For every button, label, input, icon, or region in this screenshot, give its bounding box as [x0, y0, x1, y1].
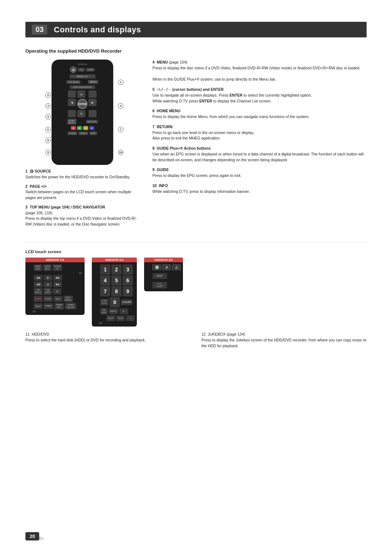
- btn-help[interactable]: HELP: [34, 303, 42, 309]
- btn-n5[interactable]: 5: [111, 275, 122, 285]
- label-26: 26: [129, 309, 134, 313]
- btn-atv-dtv[interactable]: A.TV/D.TV: [100, 299, 109, 305]
- btn-cm-skip[interactable]: CMSKIP: [44, 288, 52, 295]
- item-4-extra: (page 104): [169, 60, 188, 64]
- item-8-desc: Use when an EPG screen is displayed or w…: [152, 152, 364, 162]
- btn-timer-on[interactable]: TIMERON/OFF: [65, 303, 76, 309]
- nav-up[interactable]: ▲: [77, 90, 85, 98]
- left-column: SOURCE ⏻ TV CTRL PAGE </> TOP MENU: [25, 60, 142, 231]
- btn-cm-back[interactable]: CMBACK: [34, 288, 42, 295]
- btn-jukebox[interactable]: JUKEBOX: [43, 264, 52, 271]
- action-green[interactable]: ■: [77, 126, 82, 130]
- btn-rec[interactable]: ●REC: [34, 296, 42, 302]
- action-yellow[interactable]: ■: [83, 126, 88, 130]
- item-6-desc: Press to display the Home Menu, from whi…: [152, 114, 309, 119]
- btn-play[interactable]: ▶: [44, 275, 52, 281]
- btn-help2[interactable]: HELP: [106, 315, 115, 321]
- btn-plive-tv[interactable]: P.LIVETV: [53, 264, 62, 271]
- item-7-label: RETURN: [157, 125, 173, 129]
- label-13-pos: 13: [28, 272, 82, 274]
- btn-rec2[interactable]: REC: [54, 296, 62, 302]
- nav-right[interactable]: ▶: [89, 99, 97, 106]
- btn-ot-copy[interactable]: O.T.COPY: [152, 282, 167, 288]
- lcd-row-29: 29 O.T.COPY: [146, 282, 181, 288]
- guide-button[interactable]: GUIDE: [68, 131, 77, 135]
- btn-n4[interactable]: 4: [100, 275, 110, 285]
- btn-n7[interactable]: 7: [100, 286, 110, 296]
- btn-icon3[interactable]: 🖨: [172, 264, 181, 270]
- btn-prev[interactable]: ◀◀: [34, 281, 42, 287]
- btn-icon2[interactable]: 🖥: [162, 264, 171, 270]
- badge-10: 10: [118, 150, 123, 155]
- label-22: 22: [94, 300, 99, 304]
- right-column: 4 MENU (page 104) Press to display the d…: [152, 60, 367, 231]
- btn-timer-rec[interactable]: TIMERREC: [54, 303, 64, 309]
- item-5-label: ↑/↓/←/→ (cursor buttons) and ENTER: [157, 87, 224, 92]
- btn-ch-minus[interactable]: –: [126, 315, 135, 321]
- item-6: 6 HOME MENU Press to display the Home Me…: [152, 108, 367, 120]
- btn-icon1[interactable]: 💿: [152, 264, 161, 270]
- label-21: 21: [94, 268, 99, 271]
- item-8-num: 8: [152, 146, 157, 150]
- btn-n0[interactable]: 0: [110, 297, 120, 307]
- lcd-numpad-row1: 21 1 2 3: [94, 264, 135, 275]
- return-button[interactable]: RETURN: [86, 120, 98, 123]
- btn-stop[interactable]: ■: [44, 281, 52, 287]
- item-3-num: 3: [25, 205, 30, 209]
- btn-rec-mode[interactable]: RECMODE: [64, 296, 73, 302]
- item-7-desc2: Also press to exit the MHEG application.: [152, 136, 221, 140]
- btn-n6[interactable]: 6: [123, 275, 133, 285]
- btn-hdd-dvd[interactable]: HDD/DVD: [34, 264, 42, 271]
- nav-down[interactable]: ▼: [77, 110, 85, 117]
- btn-n2[interactable]: 2: [111, 264, 122, 275]
- video-button[interactable]: VIDEO: [78, 131, 88, 135]
- label-13: 13: [79, 272, 82, 274]
- btn-text[interactable]: TEXT: [116, 315, 125, 321]
- item-11-desc: Press to select the hard disk (HDD) or D…: [25, 338, 146, 342]
- item-12-desc: Press to display the Jukebox screen of t…: [201, 338, 367, 348]
- power-button[interactable]: ⏻: [70, 66, 77, 73]
- lcd-row-prev: ◀◀ ■ ▶▶: [28, 281, 82, 287]
- chapter-number: 03: [32, 25, 47, 35]
- section-title: Operating the supplied HDD/DVD Recorder: [25, 48, 367, 54]
- btn-fwd[interactable]: ▶▶: [53, 275, 62, 281]
- btn-n1[interactable]: 1: [100, 264, 110, 275]
- item-4-num: 4: [152, 60, 157, 64]
- btn-n8[interactable]: 8: [111, 286, 122, 296]
- ctrl-button[interactable]: CTRL: [86, 68, 95, 72]
- btn-rew[interactable]: ◀◀: [34, 275, 42, 281]
- btn-ch-plus[interactable]: +: [119, 308, 128, 314]
- enter-button[interactable]: ENTER: [77, 99, 87, 109]
- item-7-desc: Press to go back one level in the on-scr…: [152, 130, 254, 135]
- disc-nav-button[interactable]: DISC NAVIGATOR: [70, 85, 95, 89]
- btn-clear[interactable]: CLEAR: [121, 299, 132, 305]
- item-12-num: 12: [201, 332, 208, 336]
- action-red[interactable]: ■: [71, 126, 76, 130]
- action-blue[interactable]: ■: [89, 126, 94, 130]
- top-menu-button[interactable]: TOP MENU: [66, 80, 81, 84]
- item-6-num: 6: [152, 109, 157, 113]
- item-10: 10 INFO While watching D.TV, press to di…: [152, 183, 367, 195]
- bottom-descriptions: 11 HDD/DVD Press to select the hard disk…: [25, 332, 367, 349]
- btn-n9[interactable]: 9: [123, 286, 133, 296]
- item-2-label: PAGE </>: [30, 184, 47, 189]
- tv-button[interactable]: TV: [78, 68, 85, 72]
- page-button[interactable]: PAGE </>: [70, 74, 95, 78]
- home-menu-button[interactable]: HOMEMENU: [67, 119, 77, 125]
- btn-pause[interactable]: ⏸: [53, 288, 61, 294]
- btn-stop2[interactable]: STOP: [44, 296, 52, 302]
- lcd-numpad-row4: 22 A.TV/D.TV 0 CLEAR: [94, 297, 135, 307]
- action-buttons-row: ■ ■ ■ ■: [54, 126, 110, 130]
- btn-tv-dvd[interactable]: TV/DVD: [100, 308, 108, 315]
- nav-left[interactable]: ◀: [68, 99, 76, 106]
- lcd-panel-1-title: HDD/DVR 1/3: [25, 258, 85, 262]
- menu-button[interactable]: MENU: [88, 80, 98, 84]
- item-5: 5 ↑/↓/←/→ (cursor buttons) and ENTER Use…: [152, 87, 367, 104]
- btn-input[interactable]: INPUT: [109, 308, 118, 314]
- btn-n3[interactable]: 3: [123, 264, 133, 275]
- item-8: 8 GUIDE Plus+® Action buttons Use when a…: [152, 146, 367, 163]
- btn-timer[interactable]: TIMER: [44, 303, 53, 309]
- info-button[interactable]: INFO: [89, 131, 97, 135]
- btn-disp[interactable]: DISP: [152, 273, 167, 279]
- btn-next[interactable]: ▶▶: [53, 281, 62, 287]
